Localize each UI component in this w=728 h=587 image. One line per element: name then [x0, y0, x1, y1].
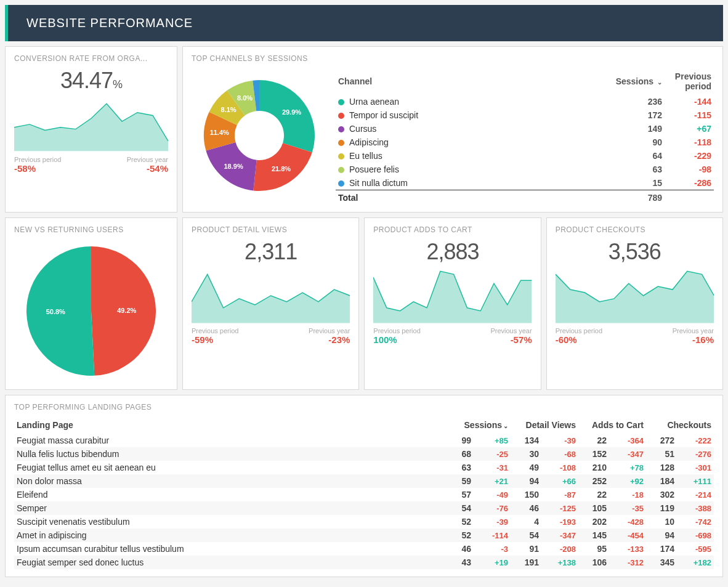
- table-row: Eu tellus64-229: [336, 149, 714, 163]
- card-product-detail-views: PRODUCT DETAIL VIEWS 2,311 Previous peri…: [182, 217, 359, 390]
- detail-cell: 46: [511, 501, 541, 515]
- col-checkouts[interactable]: Checkouts: [646, 416, 714, 434]
- prev-period-val: -58%: [14, 163, 61, 174]
- adds-delta: +78: [609, 461, 646, 474]
- adds-cell: 22: [578, 434, 609, 447]
- checkouts-cell: 10: [646, 515, 677, 528]
- col-sessions[interactable]: Sessions⌄: [443, 416, 511, 434]
- checkouts-delta: +182: [677, 556, 714, 569]
- table-row: Feugiat tellus amet eu sit aenean eu63-3…: [14, 461, 714, 474]
- detail-cell: 49: [511, 461, 541, 474]
- adds-cell: 252: [578, 474, 609, 488]
- conversion-unit: %: [113, 78, 122, 91]
- legend-dot: [338, 140, 344, 146]
- prev-period-val: 100%: [373, 334, 420, 345]
- table-row: Tempor id suscipit172-115: [336, 108, 714, 122]
- prev-period-val: -60%: [556, 334, 602, 345]
- sessions-delta: -76: [474, 501, 511, 515]
- checkouts-cell: 345: [646, 556, 677, 569]
- landing-page-cell: Semper: [14, 501, 443, 515]
- table-row: Suscipit venenatis vestibulum52-394-1932…: [14, 515, 714, 528]
- checkouts-delta: -388: [677, 501, 714, 515]
- delta-cell: -286: [665, 176, 714, 190]
- checkouts-cell: 119: [646, 501, 677, 515]
- checkouts-delta: -222: [677, 434, 714, 447]
- sessions-cell: 52: [443, 515, 474, 528]
- channel-cell: Sit nulla dictum: [336, 176, 541, 190]
- card-title: PRODUCT DETAIL VIEWS: [192, 225, 350, 234]
- detail-delta: -347: [541, 528, 578, 542]
- table-row: Feugiat semper sed donec luctus43+19191+…: [14, 556, 714, 569]
- delta-cell: -144: [665, 95, 714, 108]
- col-adds-to-cart[interactable]: Adds to Cart: [578, 416, 646, 434]
- adds-cell: 210: [578, 461, 609, 474]
- sessions-cell: 149: [541, 122, 665, 136]
- col-channel[interactable]: Channel: [336, 68, 541, 95]
- delta-cell: -118: [665, 136, 714, 149]
- detail-delta: -39: [541, 434, 578, 447]
- page-header: WEBSITE PERFORMANCE: [5, 5, 723, 41]
- adds-delta: -428: [609, 515, 646, 528]
- col-detail-views[interactable]: Detail Views: [511, 416, 578, 434]
- sessions-cell: 99: [443, 434, 474, 447]
- donut-slice[interactable]: [259, 80, 315, 152]
- chevron-down-icon: ⌄: [503, 423, 508, 429]
- legend-dot: [338, 180, 344, 187]
- donut-slice-label: 8.0%: [237, 94, 253, 102]
- table-row: Adipiscing90-118: [336, 136, 714, 149]
- detail-cell: 134: [511, 434, 541, 447]
- sessions-delta: +85: [474, 434, 511, 447]
- adds-delta: -347: [609, 447, 646, 461]
- prev-period-val: -59%: [192, 334, 238, 345]
- pie-slice-label: 49.2%: [117, 307, 136, 314]
- adds-cell: 95: [578, 542, 609, 556]
- card-title: TOP PERFORMING LANDING PAGES: [14, 403, 714, 411]
- adds-delta: -454: [609, 528, 646, 542]
- pie-slice-label: 50.8%: [46, 308, 65, 315]
- table-row: Amet in adipiscing52-11454-347145-45494-…: [14, 528, 714, 542]
- prev-year-label: Previous year: [673, 327, 714, 334]
- donut-slice-label: 8.1%: [221, 106, 237, 113]
- checkouts-cell: 272: [646, 434, 677, 447]
- checkouts-delta: -276: [677, 447, 714, 461]
- col-landing-page[interactable]: Landing Page: [14, 416, 443, 434]
- table-row: Urna aenean236-144: [336, 95, 714, 108]
- landing-page-cell: Nulla felis luctus bibendum: [14, 447, 443, 461]
- legend-dot: [338, 153, 344, 160]
- detail-cell: 91: [511, 542, 541, 556]
- col-prev-period[interactable]: Previous period: [665, 68, 714, 95]
- legend-dot: [338, 126, 344, 132]
- sessions-cell: 46: [443, 542, 474, 556]
- donut-slice-label: 21.8%: [272, 165, 291, 172]
- donut-chart-channels: 29.9%21.8%18.9%11.4%8.1%8.0%: [192, 68, 327, 203]
- prev-year-val: -54%: [127, 163, 168, 174]
- adds-delta: -312: [609, 556, 646, 569]
- prev-year-val: -16%: [673, 334, 714, 345]
- page-title: WEBSITE PERFORMANCE: [26, 16, 193, 30]
- landing-page-cell: Feugiat semper sed donec luctus: [14, 556, 443, 569]
- card-new-vs-returning: NEW VS RETURNING USERS 49.2%50.8%: [5, 217, 177, 390]
- channels-table: Channel Sessions ⌄ Previous period Urna …: [336, 68, 714, 204]
- total-row: Total789: [336, 190, 714, 205]
- prev-year-val: -57%: [490, 334, 532, 345]
- legend-dot: [338, 167, 344, 173]
- sparkline-adds-cart: [373, 265, 532, 323]
- table-row: Posuere felis63-98: [336, 163, 714, 176]
- metric-value: 3,536: [556, 239, 714, 265]
- legend-dot: [338, 99, 344, 105]
- adds-cell: 105: [578, 501, 609, 515]
- adds-delta: -35: [609, 501, 646, 515]
- card-product-adds-to-cart: PRODUCT ADDS TO CART 2,883 Previous peri…: [364, 217, 541, 390]
- channel-cell: Eu tellus: [336, 149, 541, 163]
- col-sessions[interactable]: Sessions ⌄: [541, 68, 665, 95]
- detail-delta: -208: [541, 542, 578, 556]
- checkouts-delta: -698: [677, 528, 714, 542]
- sessions-delta: -114: [474, 528, 511, 542]
- donut-slice-label: 18.9%: [224, 163, 243, 170]
- detail-delta: -68: [541, 447, 578, 461]
- delta-cell: -115: [665, 108, 714, 122]
- adds-delta: -18: [609, 488, 646, 501]
- landing-page-cell: Suscipit venenatis vestibulum: [14, 515, 443, 528]
- sessions-delta: -39: [474, 515, 511, 528]
- table-row: Eleifend57-49150-8722-18302-214: [14, 488, 714, 501]
